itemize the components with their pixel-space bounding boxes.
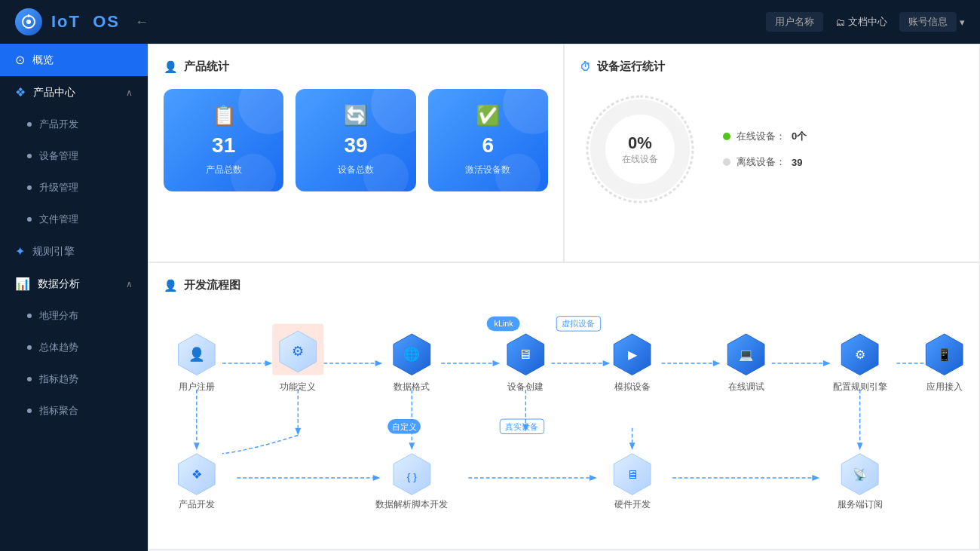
header-left: IoT OS ← — [15, 8, 149, 35]
sidebar-overview-label: 概览 — [32, 54, 54, 67]
legend-online-value: 0个 — [792, 130, 807, 143]
logo-os: OS — [93, 12, 120, 31]
data-analysis-icon: 📊 — [15, 277, 30, 291]
svg-text:设备创建: 设备创建 — [507, 381, 544, 391]
svg-text:⚙: ⚙ — [292, 344, 304, 359]
overall-trend-dot — [27, 345, 32, 350]
svg-text:真实设备: 真实设备 — [505, 422, 538, 431]
legend-offline: 离线设备： 39 — [723, 155, 807, 169]
svg-text:服务端订阅: 服务端订阅 — [838, 499, 883, 509]
sidebar-item-device-mgmt[interactable]: 设备管理 — [0, 140, 148, 172]
svg-marker-20 — [194, 442, 200, 450]
svg-marker-22 — [295, 428, 301, 436]
svg-text:模拟设备: 模拟设备 — [614, 381, 651, 391]
product-dev-dot — [27, 122, 32, 127]
sidebar-item-metric-trend[interactable]: 指标趋势 — [0, 363, 148, 395]
stat-card-devices: 🔄 39 设备总数 — [296, 89, 415, 191]
header-username: 用户名称 — [766, 12, 823, 32]
header-account[interactable]: 账号信息 ▾ — [899, 12, 965, 32]
svg-text:数据解析脚本开发: 数据解析脚本开发 — [375, 499, 448, 509]
legend-online: 在线设备： 0个 — [723, 130, 807, 143]
sidebar-item-geo-dist[interactable]: 地理分布 — [0, 300, 148, 332]
back-button[interactable]: ← — [135, 14, 149, 30]
svg-text:📡: 📡 — [853, 467, 868, 482]
sidebar-group-product-center[interactable]: ❖ 产品中心 ∧ — [0, 76, 148, 109]
sidebar-item-rule-engine[interactable]: ✦ 规则引擎 — [0, 235, 148, 268]
stat-icon-devices: 🔄 — [344, 104, 368, 127]
sidebar-item-file-mgmt[interactable]: 文件管理 — [0, 204, 148, 235]
donut-legend: 在线设备： 0个 离线设备： 39 — [723, 130, 807, 169]
sidebar-item-overall-trend[interactable]: 总体趋势 — [0, 332, 148, 363]
svg-text:在线调试: 在线调试 — [728, 381, 764, 391]
data-analysis-arrow-icon: ∧ — [126, 279, 133, 289]
stat-label-devices: 设备总数 — [338, 164, 374, 176]
stat-value-activated: 6 — [482, 133, 495, 158]
geo-dist-dot — [27, 314, 32, 318]
sidebar-geo-dist-label: 地理分布 — [39, 309, 78, 323]
svg-text:用户注册: 用户注册 — [179, 381, 215, 391]
legend-online-label: 在线设备： — [737, 130, 786, 143]
sidebar-rule-engine-label: 规则引擎 — [32, 245, 75, 259]
svg-marker-8 — [375, 360, 383, 366]
doc-icon: 🗂 — [835, 17, 845, 28]
product-stats-title: 👤 产品统计 — [164, 60, 548, 74]
svg-marker-10 — [492, 360, 500, 366]
svg-text:⚙: ⚙ — [855, 348, 865, 361]
sidebar-item-product-dev[interactable]: 产品开发 — [0, 109, 148, 140]
svg-text:产品开发: 产品开发 — [179, 499, 215, 509]
layout: ⊙ 概览 ❖ 产品中心 ∧ 产品开发 设备管理 升级管理 文件管理 ✦ — [0, 44, 980, 551]
stat-label-activated: 激活设备数 — [465, 164, 510, 176]
svg-text:🖥: 🖥 — [626, 468, 639, 481]
sidebar: ⊙ 概览 ❖ 产品中心 ∧ 产品开发 设备管理 升级管理 文件管理 ✦ — [0, 44, 148, 551]
svg-marker-78 — [812, 475, 819, 481]
flow-title: 👤 开发流程图 — [164, 278, 964, 292]
metric-agg-dot — [27, 409, 32, 413]
product-stats-icon: 👤 — [164, 60, 178, 74]
product-stats-label: 产品统计 — [184, 60, 229, 74]
legend-offline-value: 39 — [792, 157, 802, 168]
sidebar-metric-agg-label: 指标聚合 — [39, 404, 78, 418]
stat-value-products: 31 — [212, 133, 235, 158]
svg-point-1 — [26, 20, 31, 24]
svg-text:🖥: 🖥 — [519, 347, 532, 362]
sidebar-file-mgmt-label: 文件管理 — [39, 213, 78, 226]
logo-icon — [15, 8, 42, 35]
svg-marker-32 — [373, 475, 381, 481]
flow-icon: 👤 — [164, 279, 178, 292]
logo-text: IoT OS — [51, 12, 120, 32]
device-stats-icon: ⏱ — [580, 60, 591, 73]
svg-text:💻: 💻 — [739, 347, 754, 362]
product-stats-card: 👤 产品统计 📋 31 产品总数 🔄 39 设备总数 — [148, 44, 564, 262]
svg-marker-14 — [713, 360, 721, 366]
sidebar-item-metric-agg[interactable]: 指标聚合 — [0, 395, 148, 427]
stat-label-products: 产品总数 — [206, 164, 242, 176]
legend-dot-online — [723, 133, 730, 140]
svg-marker-6 — [265, 360, 272, 366]
svg-text:硬件开发: 硬件开发 — [614, 499, 651, 509]
file-mgmt-dot — [27, 217, 32, 222]
sidebar-item-overview[interactable]: ⊙ 概览 — [0, 44, 148, 76]
sidebar-item-upgrade-mgmt[interactable]: 升级管理 — [0, 172, 148, 204]
sidebar-overall-trend-label: 总体趋势 — [39, 341, 78, 354]
sidebar-product-center-label: 产品中心 — [33, 86, 75, 99]
stat-value-devices: 39 — [344, 133, 367, 158]
svg-text:功能定义: 功能定义 — [280, 381, 316, 391]
svg-text:应用接入: 应用接入 — [926, 381, 963, 391]
product-center-arrow-icon: ∧ — [126, 87, 133, 98]
donut-percent: 0% — [622, 133, 658, 153]
top-row: 👤 产品统计 📋 31 产品总数 🔄 39 设备总数 — [148, 44, 980, 262]
sidebar-group-data-analysis[interactable]: 📊 数据分析 ∧ — [0, 268, 148, 300]
legend-offline-label: 离线设备： — [737, 155, 786, 169]
svg-marker-30 — [857, 442, 863, 450]
header-right: 用户名称 🗂 文档中心 账号信息 ▾ — [766, 12, 965, 32]
sidebar-data-analysis-label: 数据分析 — [38, 277, 80, 291]
svg-text:📱: 📱 — [937, 347, 952, 362]
header-doc-center[interactable]: 🗂 文档中心 — [835, 15, 887, 29]
device-stats-title: ⏱ 设备运行统计 — [580, 60, 964, 74]
svg-text:kLink: kLink — [495, 319, 514, 328]
stat-icon-products: 📋 — [212, 104, 236, 127]
sidebar-metric-trend-label: 指标趋势 — [39, 372, 78, 386]
device-stats-card: ⏱ 设备运行统计 — [564, 44, 980, 262]
svg-text:配置规则引擎: 配置规则引擎 — [833, 381, 887, 391]
logo-iot: IoT — [51, 12, 81, 31]
